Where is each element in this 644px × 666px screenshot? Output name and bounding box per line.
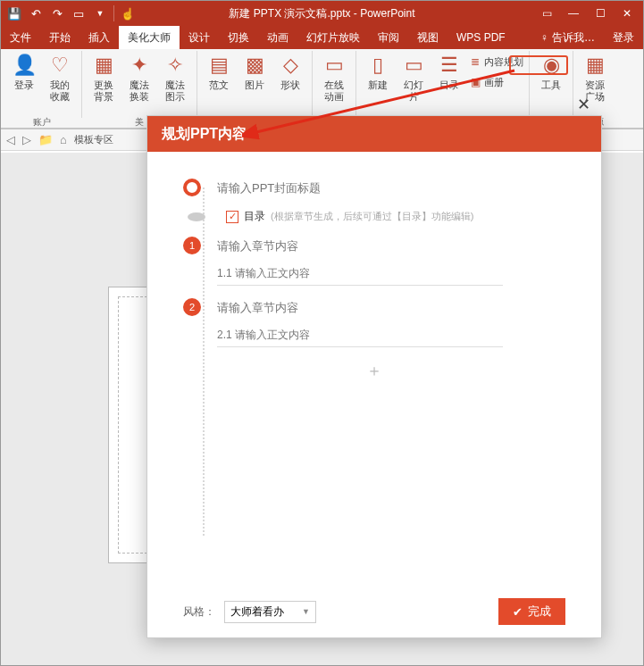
back-icon[interactable]: ◁: [6, 133, 15, 146]
pic-label: 图片: [245, 79, 264, 91]
close-icon[interactable]: ✕: [620, 7, 634, 20]
content-plan-label: 内容规划: [484, 55, 523, 69]
tab-beautify[interactable]: 美化大师: [119, 26, 180, 49]
picture-icon: ▩: [242, 53, 267, 78]
change-background-button[interactable]: ▦更换 背景: [86, 51, 121, 104]
magic-diagram-button[interactable]: ✧魔法 图示: [157, 51, 193, 104]
ribbon-group-account: 👤登录 ♡我的 收藏 账户: [4, 51, 79, 128]
forward-icon[interactable]: ▷: [22, 133, 31, 146]
quick-access-toolbar: 💾 ↶ ↷ ▭ ▼ ☝: [1, 5, 141, 21]
toc-button[interactable]: ☰目录: [431, 51, 467, 93]
document-icon: ▤: [206, 53, 231, 78]
separator: [197, 51, 197, 118]
tab-slideshow[interactable]: 幻灯片放映: [297, 26, 369, 49]
section-2-row: 2: [183, 298, 565, 316]
done-label: 完成: [528, 604, 551, 620]
new-label: 新建: [368, 79, 388, 91]
section-1-row: 1: [183, 237, 565, 254]
toc-checkbox[interactable]: ✓: [226, 211, 238, 223]
separator: [529, 51, 530, 118]
check-icon: ✔: [513, 605, 523, 619]
ribbon-options-icon[interactable]: ▭: [539, 7, 554, 20]
bg-label: 更换 背景: [94, 79, 113, 103]
tell-me-label: 告诉我…: [552, 30, 595, 46]
tab-insert[interactable]: 插入: [79, 26, 119, 49]
redo-icon[interactable]: ↷: [49, 5, 65, 21]
style-label: 风格：: [183, 604, 215, 620]
panel-title: 规划PPT内容: [147, 116, 601, 152]
magic2-label: 魔法 图示: [165, 79, 185, 103]
touch-mode-icon[interactable]: ☝: [120, 5, 136, 21]
panel-footer: 风格： 大师着看办 ▼ ✔ 完成: [147, 598, 601, 625]
tools-button[interactable]: ◉工具: [533, 51, 569, 93]
tab-design[interactable]: 设计: [180, 26, 219, 49]
template-zone-button[interactable]: 模板专区: [74, 133, 113, 146]
section-2-bullet: 2: [183, 298, 201, 316]
new-button[interactable]: ▯新建: [360, 51, 396, 93]
login-label: 登录: [14, 79, 34, 91]
title-bar: 💾 ↶ ↷ ▭ ▼ ☝ 新建 PPTX 演示文稿.pptx - PowerPoi…: [1, 1, 643, 26]
tools-icon: ◉: [539, 53, 564, 78]
tab-home[interactable]: 开始: [40, 26, 79, 49]
picture-button[interactable]: ▩图片: [237, 51, 272, 93]
slide-label: 幻灯 片: [404, 79, 423, 103]
separator: [312, 51, 313, 118]
login-button[interactable]: 👤登录: [6, 51, 42, 93]
section-2-input[interactable]: [217, 301, 521, 314]
favorites-button[interactable]: ♡我的 收藏: [42, 51, 78, 104]
cover-title-input[interactable]: [217, 181, 521, 195]
sample-doc-button[interactable]: ▤范文: [201, 51, 237, 93]
login-link[interactable]: 登录: [604, 26, 643, 49]
lightbulb-icon: ♀: [540, 31, 548, 44]
shapes-icon: ◇: [278, 53, 303, 78]
tab-transition[interactable]: 切换: [219, 26, 258, 49]
list-icon: ☰: [437, 53, 462, 78]
toc-row: ✓ 目录 (根据章节生成，后续可通过【目录】功能编辑): [183, 209, 565, 224]
tab-animation[interactable]: 动画: [258, 26, 297, 49]
section-1-sub-row: [183, 267, 565, 286]
album-button[interactable]: ▣画册: [469, 73, 523, 91]
tab-file[interactable]: 文件: [1, 26, 40, 49]
separator: [81, 51, 82, 118]
sample-label: 范文: [209, 79, 229, 91]
wand-icon: ✦: [127, 53, 152, 78]
tab-view[interactable]: 视图: [408, 26, 447, 49]
anim-label: 在线 动画: [324, 79, 344, 103]
content-plan-button[interactable]: ≣内容规划: [469, 53, 523, 71]
qat-dropdown-icon[interactable]: ▼: [92, 5, 108, 21]
minimize-icon[interactable]: —: [566, 7, 581, 20]
maximize-icon[interactable]: ☐: [593, 7, 607, 20]
tab-review[interactable]: 审阅: [369, 26, 408, 49]
tools-label: 工具: [541, 79, 561, 91]
toc-label: 目录: [439, 79, 459, 91]
new-icon: ▯: [365, 53, 390, 78]
shape-button[interactable]: ◇形状: [272, 51, 308, 93]
tab-wpspdf[interactable]: WPS PDF: [447, 26, 514, 49]
undo-icon[interactable]: ↶: [28, 5, 44, 21]
toc-bullet-icon: [188, 212, 205, 221]
window-buttons: ▭ — ☐ ✕: [531, 7, 643, 20]
sparkle-icon: ✧: [163, 53, 188, 78]
save-icon[interactable]: 💾: [6, 5, 22, 21]
slide-button[interactable]: ▭幻灯 片: [396, 51, 431, 104]
separator: [355, 51, 356, 118]
slide-icon: ▭: [401, 53, 426, 78]
magic1-label: 魔法 换装: [130, 79, 149, 103]
section-2-sub-input[interactable]: [217, 329, 503, 347]
folder-icon[interactable]: 📁: [38, 133, 53, 146]
start-from-beginning-icon[interactable]: ▭: [71, 5, 87, 21]
menu-bar: 文件 开始 插入 美化大师 设计 切换 动画 幻灯片放映 审阅 视图 WPS P…: [1, 26, 643, 49]
plan-icon: ≣: [469, 55, 481, 68]
chevron-down-icon: ▼: [302, 607, 310, 616]
home-icon[interactable]: ⌂: [60, 133, 67, 146]
online-anim-button[interactable]: ▭在线 动画: [316, 51, 352, 104]
shape-label: 形状: [280, 79, 300, 91]
tell-me[interactable]: ♀告诉我…: [531, 26, 604, 49]
magic-theme-button[interactable]: ✦魔法 换装: [121, 51, 157, 104]
add-section-button[interactable]: ＋: [183, 360, 565, 381]
section-1-input[interactable]: [217, 239, 521, 253]
close-panel-button[interactable]: ✕: [573, 91, 594, 118]
done-button[interactable]: ✔ 完成: [498, 598, 565, 625]
style-select[interactable]: 大师着看办 ▼: [224, 601, 316, 623]
section-1-sub-input[interactable]: [217, 267, 503, 286]
